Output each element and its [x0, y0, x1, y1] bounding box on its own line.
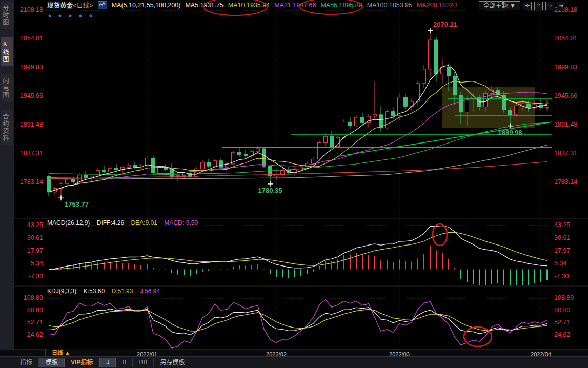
save-template-button[interactable]: 另存模板 [154, 358, 191, 367]
bottom-toolbar: 指标 模板 VIP指标 J B BB 另存模板 [0, 356, 588, 368]
blue-dot [59, 15, 62, 17]
axis-tick-label: 2108.18 [20, 6, 43, 13]
sidebar-item-lightning-chart[interactable]: 闪电图 [1, 74, 13, 102]
axis-tick-label: 1999.83 [554, 64, 577, 71]
macd-value: MACD:-9.50 [164, 219, 198, 227]
chart-header: 现货黄金<日线> MA(5,10,21,55,100,200) MA5:1931… [47, 1, 458, 9]
kdj-j-value: J:56.94 [140, 288, 160, 295]
axis-tick-label: 30.61 [27, 234, 43, 241]
ma10-value: MA10:1935.94 [228, 2, 270, 9]
axis-tick-label: 5.34 [31, 260, 43, 267]
axis-tick-label: 43.25 [554, 221, 570, 229]
chart-canvas[interactable]: 2022/012022/022022/032022/042108.182108.… [0, 0, 588, 356]
ma-param-label: MA(5,10,21,55,100,200) [112, 2, 181, 9]
axis-tick-label: 1783.14 [20, 178, 43, 186]
low-price-label: 1753.77 [65, 200, 89, 208]
ma5-value: MA5:1931.75 [185, 2, 223, 9]
template-bb-button[interactable]: BB [133, 358, 154, 367]
all-themes-button[interactable]: 全部主题 ▼ [479, 1, 520, 10]
macd-header: MACD(26,12,9) DIFF:4.26 DEA:9.01 MACD:-9… [47, 219, 203, 227]
axis-tick-label: -7.30 [29, 273, 44, 280]
ma21-value: MA21:1947.66 [274, 2, 316, 9]
blue-dot [49, 15, 51, 17]
macd-diff-value: DIFF:4.26 [97, 219, 124, 227]
kdj-header: KDJ(9,3,3) K:53.60 D:51.93 J:56.94 [47, 288, 165, 295]
axis-tick-label: 80.80 [27, 306, 43, 314]
axis-tick-label: 52.71 [554, 319, 570, 326]
sidebar: 分时图 K线图 闪电图 合约资料 [0, 0, 14, 350]
low-price-label: 1889.98 [498, 129, 522, 136]
template-b-button[interactable]: B [116, 358, 133, 367]
ma200-value: MA200:1822.1 [417, 2, 458, 9]
axis-tick-label: 17.97 [27, 247, 43, 254]
axis-tick-label: 2054.01 [20, 35, 43, 42]
pan-icon[interactable]: ✛ [523, 2, 532, 10]
ma100-value: MA100:1853.95 [367, 2, 412, 9]
axis-tick-label: 1945.66 [20, 92, 43, 99]
symbol-name: 现货黄金 [47, 2, 73, 9]
sidebar-item-kline-chart[interactable]: K线图 [1, 37, 13, 66]
macd-dea-value: DEA:9.01 [131, 219, 157, 227]
axis-tick-label: 1837.31 [554, 150, 577, 157]
axis-tick-label: 2054.01 [554, 35, 577, 42]
axis-tick-label: -7.30 [554, 273, 569, 280]
kdj-k-value: K:53.60 [84, 288, 105, 295]
axis-tick-label: 43.25 [27, 221, 43, 229]
x-axis-date-label: 2022/02 [266, 351, 287, 356]
trading-app: { "header": { "symbol": "现货黄金", "period_… [0, 0, 588, 368]
axis-tick-label: 24.62 [27, 331, 43, 338]
blue-dot [69, 15, 72, 17]
period-selector[interactable]: 日线 ▲ [45, 349, 136, 356]
axis-tick-label: 1891.48 [554, 121, 577, 128]
axis-tick-label: 1945.66 [554, 92, 577, 99]
axis-tick-label: 30.61 [554, 234, 570, 241]
sidebar-item-time-chart[interactable]: 分时图 [1, 2, 13, 29]
axis-tick-label: 1891.48 [20, 121, 43, 128]
blue-dot [79, 15, 82, 17]
mini-chart-icon[interactable] [98, 1, 107, 9]
kdj-params: KDJ(9,3,3) [47, 288, 76, 295]
axis-tick-label: 17.97 [554, 247, 570, 254]
indicator-button[interactable]: 指标 [14, 358, 39, 367]
ma55-value: MA55:1895.89 [320, 2, 362, 9]
high-price-label: 2070.21 [433, 21, 457, 28]
sidebar-item-contract-info[interactable]: 合约资料 [1, 110, 13, 145]
vip-indicator-button[interactable]: VIP指标 [65, 358, 99, 367]
axis-tick-label: 1783.14 [554, 178, 577, 186]
template-button[interactable]: 模板 [39, 358, 65, 367]
x-axis-date-label: 2022/01 [137, 351, 157, 356]
axis-tick-label: 1837.31 [20, 150, 43, 157]
collapse-right-icon[interactable]: ⇥ [557, 2, 565, 10]
kdj-d-value: D:51.93 [111, 288, 133, 295]
x-axis-date-label: 2022/04 [531, 351, 551, 356]
scale-right-icon[interactable]: ⇨ [545, 2, 554, 10]
axis-tick-label: 5.34 [554, 260, 566, 267]
axis-tick-label: 1999.83 [20, 64, 43, 71]
blue-dot [90, 15, 92, 17]
header-controls: 全部主题 ▼ ✛ ⇧ ⇨ ⇥ [479, 1, 565, 10]
axis-tick-label: 108.89 [24, 294, 43, 301]
axis-tick-label: 108.89 [554, 294, 574, 301]
axis-tick-label: 80.80 [554, 306, 570, 314]
low-price-label: 1780.35 [258, 187, 282, 194]
macd-params: MACD(26,12,9) [47, 219, 90, 227]
scale-up-icon[interactable]: ⇧ [534, 2, 543, 10]
axis-tick-label: 52.71 [27, 319, 43, 326]
x-axis-date-label: 2022/03 [389, 351, 410, 356]
template-j-button[interactable]: J [99, 358, 116, 367]
axis-tick-label: 24.62 [554, 331, 570, 338]
period-tag: <日线> [73, 2, 93, 9]
